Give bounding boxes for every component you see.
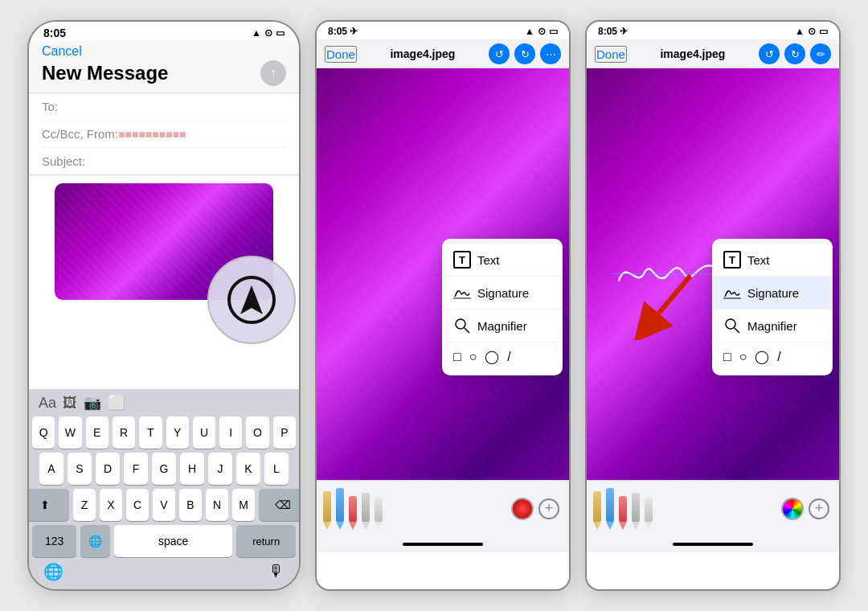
popup-text-3[interactable]: T Text: [712, 244, 833, 277]
nav-icon-redo[interactable]: ↻: [514, 43, 535, 64]
nav-icon-more[interactable]: ⋯: [540, 43, 561, 64]
popup-magnifier-3[interactable]: Magnifier: [712, 310, 833, 342]
key-w[interactable]: W: [59, 416, 81, 449]
shape-square-3[interactable]: □: [723, 350, 731, 364]
nav-bar-2: Done image4.jpeg ↺ ↻ ⋯: [317, 40, 569, 68]
nav-icon-pen-3[interactable]: ✏: [810, 43, 831, 64]
key-v[interactable]: V: [153, 489, 175, 521]
cancel-button[interactable]: Cancel: [42, 44, 286, 59]
nav-bar-3: Done image4.jpeg ↺ ↻ ✏: [587, 40, 839, 68]
shape-circle-3[interactable]: ○: [739, 350, 747, 364]
popup-magnifier-2[interactable]: Magnifier: [442, 310, 563, 342]
nav-icon-undo[interactable]: ↺: [489, 43, 510, 64]
pencil-tool-2[interactable]: [336, 488, 344, 530]
mail-compose-screen: 8:05 ▲ ⊙ ▭ Cancel New Message ↑ To: Cc/B…: [27, 20, 301, 591]
add-tool-button-2[interactable]: +: [538, 498, 559, 519]
key-c[interactable]: C: [126, 489, 149, 521]
key-j[interactable]: J: [208, 453, 232, 485]
mail-title: New Message: [42, 62, 168, 84]
key-shift[interactable]: ⬆: [27, 489, 69, 521]
pencil-tool-3-1[interactable]: [593, 488, 601, 530]
markup-screen-2: 8:05 ✈ ▲ ⊙ ▭ Done image4.jpeg ↺ ↻ ⋯ T Te…: [315, 20, 571, 591]
send-button[interactable]: ↑: [260, 60, 286, 86]
key-d[interactable]: D: [96, 453, 120, 485]
shape-square-2[interactable]: □: [453, 350, 461, 364]
key-g[interactable]: G: [152, 453, 176, 485]
markup-toolbar-3: +: [587, 480, 839, 536]
key-l[interactable]: L: [264, 453, 289, 485]
cc-field-row[interactable]: Cc/Bcc, From: ■■■■■■■■■■: [42, 121, 286, 148]
battery-icon-2: ▭: [549, 26, 558, 37]
key-123[interactable]: 123: [32, 525, 76, 557]
pencil-tool-3-4[interactable]: [632, 488, 640, 530]
color-picker-2[interactable]: [511, 498, 534, 520]
key-return[interactable]: return: [236, 525, 296, 557]
pencil-tool-5[interactable]: [375, 488, 383, 530]
pencil-tool-3-3[interactable]: [619, 488, 627, 530]
done-button-3[interactable]: Done: [595, 46, 627, 63]
status-icons-3: ▲ ⊙ ▭: [795, 26, 828, 37]
cc-label: Cc/Bcc, From:: [42, 127, 118, 141]
to-label: To:: [42, 100, 100, 113]
markup-image-3: T Text Signature Magnifier □ ○ ◯ /: [587, 68, 839, 480]
to-field-row[interactable]: To:: [42, 93, 286, 121]
key-a[interactable]: A: [39, 453, 63, 485]
home-bar-3: [673, 543, 753, 546]
kb-camera-button[interactable]: 📷: [84, 394, 101, 412]
key-q[interactable]: Q: [32, 416, 55, 449]
markup-circle-overlay: [207, 256, 296, 344]
key-z[interactable]: Z: [73, 489, 96, 521]
kb-aa-button[interactable]: Aa: [39, 395, 56, 412]
shape-circle-2[interactable]: ○: [469, 350, 477, 364]
kb-photo-button[interactable]: 🖼: [63, 395, 77, 412]
subject-field-row[interactable]: Subject:: [42, 148, 286, 174]
pencil-tool-3-5[interactable]: [645, 488, 653, 530]
kb-square-button[interactable]: ⬜: [108, 394, 125, 412]
done-button-2[interactable]: Done: [325, 46, 357, 63]
add-tool-button-3[interactable]: +: [809, 498, 829, 519]
key-k[interactable]: K: [236, 453, 260, 485]
key-i[interactable]: I: [219, 416, 242, 449]
pencil-tool-3[interactable]: [349, 488, 357, 530]
color-tools-3: +: [781, 498, 833, 520]
shape-bubble-2[interactable]: ◯: [485, 349, 499, 364]
key-delete[interactable]: ⌫: [259, 489, 301, 521]
popup-signature-2[interactable]: Signature: [442, 277, 563, 310]
key-space[interactable]: space: [114, 525, 232, 557]
status-icons-1: ▲ ⊙ ▭: [252, 27, 285, 39]
key-t[interactable]: T: [139, 416, 162, 449]
key-y[interactable]: Y: [166, 416, 189, 449]
key-globe[interactable]: 🌐: [80, 525, 110, 557]
key-e[interactable]: E: [86, 416, 108, 449]
nav-icon-redo-3[interactable]: ↻: [784, 43, 805, 64]
battery-icon: ▭: [276, 27, 285, 39]
nav-title-3: image4.jpeg: [660, 47, 725, 60]
key-m[interactable]: M: [232, 489, 255, 521]
popup-text-2[interactable]: T Text: [442, 244, 563, 277]
popup-signature-3[interactable]: Signature: [712, 277, 833, 310]
key-n[interactable]: N: [206, 489, 228, 521]
key-p[interactable]: P: [273, 416, 296, 449]
shape-arrow-2[interactable]: /: [507, 350, 510, 364]
nav-icon-undo-3[interactable]: ↺: [759, 43, 780, 64]
key-h[interactable]: H: [180, 453, 204, 485]
pencil-tool-1[interactable]: [323, 488, 331, 530]
shape-bubble-3[interactable]: ◯: [755, 349, 769, 364]
markup-popup-3: T Text Signature Magnifier □ ○ ◯ /: [712, 239, 833, 375]
key-f[interactable]: F: [124, 453, 148, 485]
key-o[interactable]: O: [246, 416, 268, 449]
mail-header: Cancel New Message ↑: [29, 41, 299, 93]
key-s[interactable]: S: [68, 453, 92, 485]
svg-marker-1: [240, 285, 263, 314]
key-b[interactable]: B: [179, 489, 202, 521]
key-r[interactable]: R: [113, 416, 135, 449]
nav-icons-3: ↺ ↻ ✏: [759, 43, 831, 64]
pencil-tool-3-2[interactable]: [606, 488, 614, 530]
pencil-tool-4[interactable]: [362, 488, 370, 530]
key-u[interactable]: U: [193, 416, 215, 449]
shape-line-3[interactable]: /: [777, 350, 780, 364]
color-picker-3[interactable]: [781, 498, 804, 520]
key-x[interactable]: X: [100, 489, 122, 521]
mail-fields: To: Cc/Bcc, From: ■■■■■■■■■■ Subject:: [29, 93, 299, 175]
color-tools-2: +: [511, 498, 563, 520]
